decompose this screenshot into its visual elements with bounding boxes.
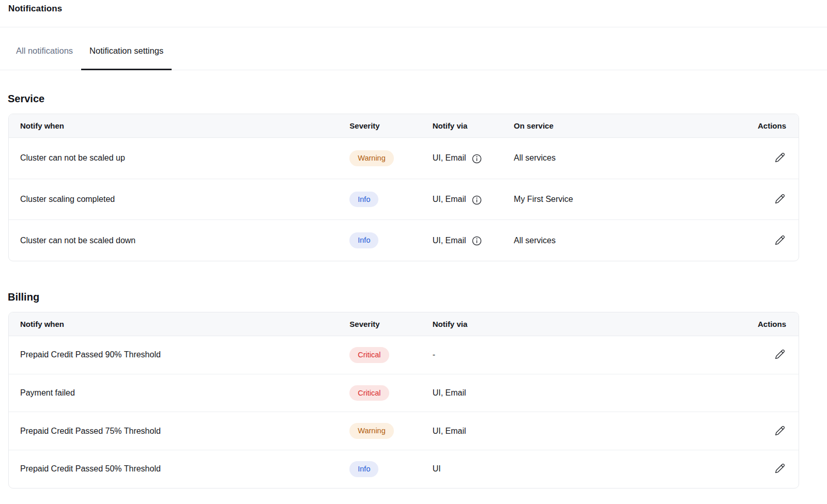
edit-button[interactable] bbox=[774, 193, 786, 205]
notify-via-cell: UI, Email bbox=[424, 412, 713, 450]
on-service-cell: All services bbox=[506, 220, 712, 261]
column-header-notify-when: Notify when bbox=[9, 114, 341, 138]
notify-via-cell: UI, Email bbox=[424, 138, 506, 179]
column-header-actions: Actions bbox=[712, 114, 799, 138]
notify-via-value: UI, Email bbox=[433, 388, 466, 398]
column-header-severity: Severity bbox=[341, 312, 424, 336]
severity-badge: Info bbox=[349, 232, 378, 248]
notify-via-cell: UI bbox=[424, 450, 713, 488]
severity-badge: Critical bbox=[349, 347, 389, 363]
notify-when-cell: Cluster can not be scaled down bbox=[9, 220, 341, 261]
pencil-icon bbox=[775, 353, 785, 361]
notify-when-cell: Prepaid Credit Passed 90% Threshold bbox=[9, 336, 341, 374]
on-service-cell: My First Service bbox=[506, 179, 712, 220]
severity-cell: Info bbox=[341, 220, 424, 261]
notify-when-cell: Prepaid Credit Passed 75% Threshold bbox=[9, 412, 341, 450]
notify-via-cell: UI, Email bbox=[424, 220, 506, 261]
severity-badge: Info bbox=[349, 192, 378, 208]
table-row: Prepaid Credit Passed 75% ThresholdWarni… bbox=[9, 412, 799, 450]
info-icon[interactable] bbox=[471, 235, 482, 246]
section-heading: Service bbox=[8, 93, 799, 105]
severity-badge: Warning bbox=[349, 150, 393, 166]
column-header-notify-via: Notify via bbox=[424, 114, 506, 138]
severity-cell: Critical bbox=[341, 374, 424, 412]
column-header-notify-via: Notify via bbox=[424, 312, 713, 336]
edit-button[interactable] bbox=[774, 348, 786, 360]
table-header-row: Notify whenSeverityNotify viaActions bbox=[9, 312, 799, 336]
notify-when-cell: Cluster can not be scaled up bbox=[9, 138, 341, 179]
on-service-cell: All services bbox=[506, 138, 712, 179]
column-header-actions: Actions bbox=[712, 312, 799, 336]
section-service: ServiceNotify whenSeverityNotify viaOn s… bbox=[8, 93, 799, 261]
severity-badge: Critical bbox=[349, 385, 389, 401]
billing-table: Notify whenSeverityNotify viaActionsPrep… bbox=[8, 312, 799, 489]
notify-via-value: UI, Email bbox=[433, 195, 466, 204]
tab-notification-settings[interactable]: Notification settings bbox=[81, 46, 172, 70]
section-heading: Billing bbox=[8, 291, 799, 303]
actions-cell bbox=[712, 179, 799, 220]
actions-cell bbox=[712, 138, 799, 179]
actions-cell bbox=[712, 412, 799, 450]
severity-cell: Warning bbox=[341, 412, 424, 450]
notify-when-cell: Payment failed bbox=[9, 374, 341, 412]
page-header: Notifications bbox=[0, 0, 827, 27]
notify-when-cell: Cluster scaling completed bbox=[9, 179, 341, 220]
notify-via-value: UI bbox=[433, 464, 441, 474]
table-row: Cluster can not be scaled downInfoUI, Em… bbox=[9, 220, 799, 261]
info-icon[interactable] bbox=[471, 153, 482, 164]
notify-via-value: UI, Email bbox=[433, 153, 466, 163]
pencil-icon bbox=[775, 239, 785, 247]
table-row: Payment failedCriticalUI, Email bbox=[9, 374, 799, 412]
pencil-icon bbox=[775, 430, 785, 437]
notify-via-cell: UI, Email bbox=[424, 179, 506, 220]
service-table: Notify whenSeverityNotify viaOn serviceA… bbox=[8, 114, 799, 261]
severity-cell: Info bbox=[341, 450, 424, 488]
notify-via-cell: UI, Email bbox=[424, 374, 713, 412]
tab-all-notifications[interactable]: All notifications bbox=[8, 46, 81, 70]
notify-via-value: UI, Email bbox=[433, 236, 466, 245]
column-header-severity: Severity bbox=[341, 114, 424, 138]
pencil-icon bbox=[775, 198, 785, 206]
table-row: Prepaid Credit Passed 90% ThresholdCriti… bbox=[9, 336, 799, 374]
actions-cell bbox=[712, 450, 799, 488]
severity-badge: Warning bbox=[349, 423, 393, 439]
section-billing: BillingNotify whenSeverityNotify viaActi… bbox=[8, 291, 799, 489]
severity-cell: Warning bbox=[341, 138, 424, 179]
actions-cell bbox=[712, 336, 799, 374]
page-title: Notifications bbox=[8, 4, 827, 14]
severity-cell: Info bbox=[341, 179, 424, 220]
edit-button[interactable] bbox=[774, 462, 786, 475]
table-row: Cluster scaling completedInfoUI, EmailMy… bbox=[9, 179, 799, 220]
table-row: Cluster can not be scaled upWarningUI, E… bbox=[9, 138, 799, 179]
actions-cell bbox=[712, 374, 799, 412]
column-header-on-service: On service bbox=[506, 114, 712, 138]
main-content: ServiceNotify whenSeverityNotify viaOn s… bbox=[0, 93, 827, 504]
info-icon[interactable] bbox=[471, 195, 482, 206]
notify-via-value: - bbox=[433, 350, 435, 359]
notify-via-cell: - bbox=[424, 336, 713, 374]
severity-badge: Info bbox=[349, 461, 378, 477]
edit-button[interactable] bbox=[774, 234, 786, 246]
actions-cell bbox=[712, 220, 799, 261]
table-header-row: Notify whenSeverityNotify viaOn serviceA… bbox=[9, 114, 799, 138]
tab-bar: All notificationsNotification settings bbox=[0, 27, 827, 70]
pencil-icon bbox=[775, 156, 785, 164]
notify-via-value: UI, Email bbox=[433, 427, 466, 436]
edit-button[interactable] bbox=[774, 151, 786, 164]
table-row: Prepaid Credit Passed 50% ThresholdInfoU… bbox=[9, 450, 799, 488]
severity-cell: Critical bbox=[341, 336, 424, 374]
pencil-icon bbox=[775, 467, 785, 475]
notify-when-cell: Prepaid Credit Passed 50% Threshold bbox=[9, 450, 341, 488]
column-header-notify-when: Notify when bbox=[9, 312, 341, 336]
edit-button[interactable] bbox=[774, 424, 786, 437]
